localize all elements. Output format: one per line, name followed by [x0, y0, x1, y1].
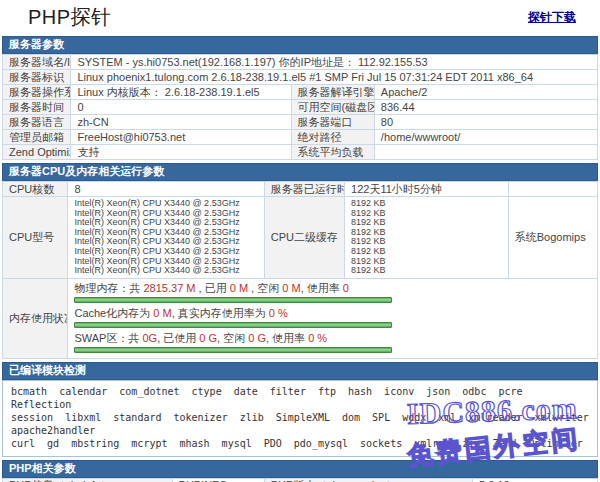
memory-usage-value: 物理内存：共 2815.37 M , 已用 0 M , 空闲 0 M, 使用率 …: [68, 278, 598, 358]
zend-optimizer-value: 支持: [71, 145, 291, 160]
phpinfo-link[interactable]: PHPINFO: [172, 478, 264, 482]
memory-usage-label: 内存使用状况: [3, 278, 68, 358]
server-time-label: 服务器时间: [3, 100, 71, 115]
mem-text: 物理内存：共: [74, 282, 143, 294]
empty-cell: [508, 182, 597, 197]
table-row: PHP信息（phpinfo）： PHPINFO PHP版本（php_versio…: [3, 478, 598, 482]
page-title: PHP探针: [28, 4, 112, 31]
mem-text: , 使用率: [301, 282, 343, 294]
table-row: 服务器操作系统 Linux 内核版本： 2.6.18-238.19.1.el5 …: [3, 85, 598, 100]
php-version-label: PHP版本（php_version）：: [264, 478, 472, 482]
php-params-table: PHP信息（phpinfo）： PHPINFO PHP版本（php_versio…: [2, 478, 598, 482]
server-domain-label: 服务器域名/IP地址: [3, 55, 71, 70]
header: PHP探针 探针下载: [2, 0, 598, 33]
disk-space-label: 可用空间(磁盘区): [291, 100, 374, 115]
table-row: 内存使用状况 物理内存：共 2815.37 M , 已用 0 M , 空闲 0 …: [3, 278, 598, 358]
server-params-table: 服务器域名/IP地址 SYSTEM - ys.hi0753.net(192.16…: [2, 54, 598, 160]
uptime-label: 服务器已运行时间: [264, 182, 344, 197]
table-row: CPU核数 8 服务器已运行时间 122天11小时5分钟: [3, 182, 598, 197]
mem-total: 2815.37 M: [144, 282, 196, 294]
server-time-value: 0: [71, 100, 291, 115]
cpu-model-value: Intel(R) Xeon(R) CPU X3440 @ 2.53GHz Int…: [68, 197, 264, 279]
mem-rate: 0: [343, 282, 349, 294]
cache-total: 0 M: [153, 307, 171, 319]
php-version-value: 5.2.12: [473, 478, 598, 482]
server-os-label: 服务器操作系统: [3, 85, 71, 100]
server-ident-value: Linux phoenix1.tulong.com 2.6.18-238.19.…: [71, 70, 598, 85]
table-row: CPU型号 Intel(R) Xeon(R) CPU X3440 @ 2.53G…: [3, 197, 598, 279]
physical-memory-block: 物理内存：共 2815.37 M , 已用 0 M , 空闲 0 M, 使用率 …: [74, 282, 591, 303]
admin-mail-label: 管理员邮箱: [3, 130, 71, 145]
abs-path-label: 绝对路径: [291, 130, 374, 145]
section-header-cpu-memory: 服务器CPU及内存相关运行参数: [2, 163, 598, 181]
load-avg-value: [374, 145, 597, 160]
mem-text: , 空闲: [217, 332, 248, 344]
server-engine-value: Apache/2: [374, 85, 597, 100]
table-row: Zend Optimizer 支持 系统平均负载: [3, 145, 598, 160]
mem-text: , 使用率: [266, 332, 308, 344]
mem-text: , 已使用: [157, 332, 199, 344]
modules-line: curl gd mbstring mcrypt mhash mysql PDO …: [11, 437, 589, 450]
uptime-value: 122天11小时5分钟: [345, 182, 509, 197]
phpinfo-label: PHP信息（phpinfo）：: [3, 478, 173, 482]
modules-list: bcmath calendar com_dotnet ctype date fi…: [2, 380, 598, 457]
server-lang-label: 服务器语言: [3, 115, 71, 130]
mem-text: , 空闲: [248, 282, 282, 294]
swap-used: 0 G: [199, 332, 217, 344]
admin-mail-value: FreeHost@hi0753.net: [71, 130, 291, 145]
mem-text: , 真实内存使用率为: [172, 307, 269, 319]
server-domain-value: SYSTEM - ys.hi0753.net(192.168.1.197) 你的…: [71, 55, 598, 70]
table-row: 管理员邮箱 FreeHost@hi0753.net 绝对路径 /home/www…: [3, 130, 598, 145]
server-port-label: 服务器端口: [291, 115, 374, 130]
disk-space-value: 836.44: [374, 100, 597, 115]
cpu-cache-value: 8192 KB 8192 KB 8192 KB 8192 KB 8192 KB …: [345, 197, 509, 279]
server-engine-label: 服务器解译引擎: [291, 85, 374, 100]
mem-used: 0 M: [230, 282, 248, 294]
cache-memory-progress-bar: [74, 322, 392, 328]
server-os-value: Linux 内核版本： 2.6.18-238.19.1.el5: [71, 85, 291, 100]
mem-text: Cache化内存为: [74, 307, 153, 319]
bogomips-label: 系统Bogomips: [508, 197, 597, 279]
mem-text: , 已用: [195, 282, 229, 294]
section-header-modules: 已编译模块检测: [2, 362, 598, 380]
table-row: 服务器语言 zh-CN 服务器端口 80: [3, 115, 598, 130]
abs-path-value: /home/wwwroot/: [374, 130, 597, 145]
cache-rate: 0 %: [269, 307, 288, 319]
modules-line: session libxml standard tokenizer zlib S…: [11, 411, 589, 437]
cpu-cores-value: 8: [68, 182, 264, 197]
swap-rate: 0 %: [308, 332, 327, 344]
cache-memory-block: Cache化内存为 0 M, 真实内存使用率为 0 %: [74, 307, 591, 328]
server-lang-value: zh-CN: [71, 115, 291, 130]
cpu-cores-label: CPU核数: [3, 182, 68, 197]
table-row: 服务器标识 Linux phoenix1.tulong.com 2.6.18-2…: [3, 70, 598, 85]
php-probe-page: PHP探针 探针下载 服务器参数 服务器域名/IP地址 SYSTEM - ys.…: [0, 0, 600, 482]
table-row: 服务器时间 0 可用空间(磁盘区) 836.44: [3, 100, 598, 115]
modules-line: bcmath calendar com_dotnet ctype date fi…: [11, 385, 589, 411]
server-ident-label: 服务器标识: [3, 70, 71, 85]
section-header-php-params: PHP相关参数: [2, 460, 598, 478]
mem-text: SWAP区：共: [74, 332, 142, 344]
swap-block: SWAP区：共 0G, 已使用 0 G, 空闲 0 G, 使用率 0 %: [74, 332, 591, 353]
load-avg-label: 系统平均负载: [291, 145, 374, 160]
zend-optimizer-label: Zend Optimizer: [3, 145, 71, 160]
cpu-cache-line: 8192 KB: [351, 266, 502, 276]
physical-memory-progress-bar: [74, 297, 392, 303]
swap-progress-bar: [74, 347, 392, 353]
cpu-cache-label: CPU二级缓存: [264, 197, 344, 279]
swap-total: 0G: [142, 332, 157, 344]
table-row: 服务器域名/IP地址 SYSTEM - ys.hi0753.net(192.16…: [3, 55, 598, 70]
section-header-server-params: 服务器参数: [2, 36, 598, 54]
cpu-model-label: CPU型号: [3, 197, 68, 279]
mem-free: 0 M: [282, 282, 300, 294]
cpu-memory-table: CPU核数 8 服务器已运行时间 122天11小时5分钟 CPU型号 Intel…: [2, 181, 598, 359]
server-port-value: 80: [374, 115, 597, 130]
swap-free: 0 G: [248, 332, 266, 344]
probe-download-link[interactable]: 探针下载: [528, 9, 576, 26]
cpu-model-line: Intel(R) Xeon(R) CPU X3440 @ 2.53GHz: [74, 266, 257, 276]
